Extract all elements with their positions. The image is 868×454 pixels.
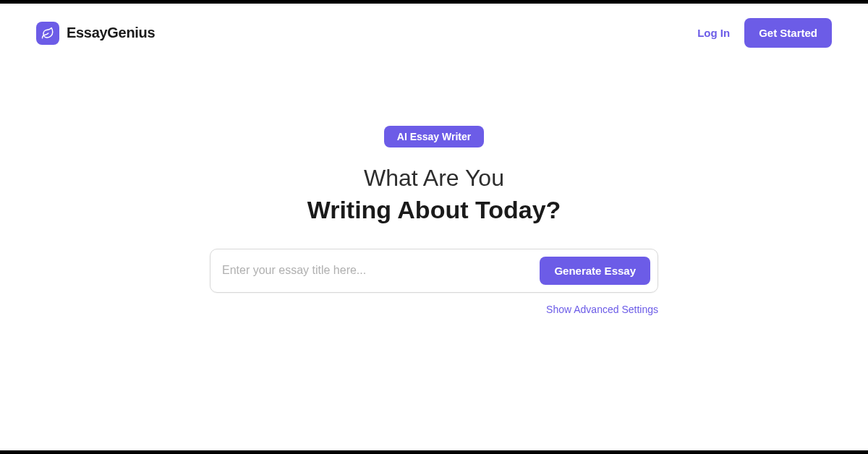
leaf-icon xyxy=(36,22,59,45)
login-link[interactable]: Log In xyxy=(697,27,730,39)
advanced-settings-link[interactable]: Show Advanced Settings xyxy=(546,304,658,315)
advanced-settings-container: Show Advanced Settings xyxy=(210,303,658,316)
heading-line-1: What Are You xyxy=(307,163,561,194)
main-content: AI Essay Writer What Are You Writing Abo… xyxy=(0,126,868,316)
essay-input-container: Generate Essay xyxy=(210,249,658,293)
heading-line-2: Writing About Today? xyxy=(307,194,561,226)
logo[interactable]: EssayGenius xyxy=(36,22,155,45)
nav-actions: Log In Get Started xyxy=(697,18,832,48)
ai-writer-badge: AI Essay Writer xyxy=(384,126,484,147)
page-heading: What Are You Writing About Today? xyxy=(307,163,561,226)
header: EssayGenius Log In Get Started xyxy=(0,4,868,48)
brand-name: EssayGenius xyxy=(67,25,155,41)
get-started-button[interactable]: Get Started xyxy=(744,18,832,48)
generate-essay-button[interactable]: Generate Essay xyxy=(540,257,650,285)
essay-title-input[interactable] xyxy=(222,264,540,277)
